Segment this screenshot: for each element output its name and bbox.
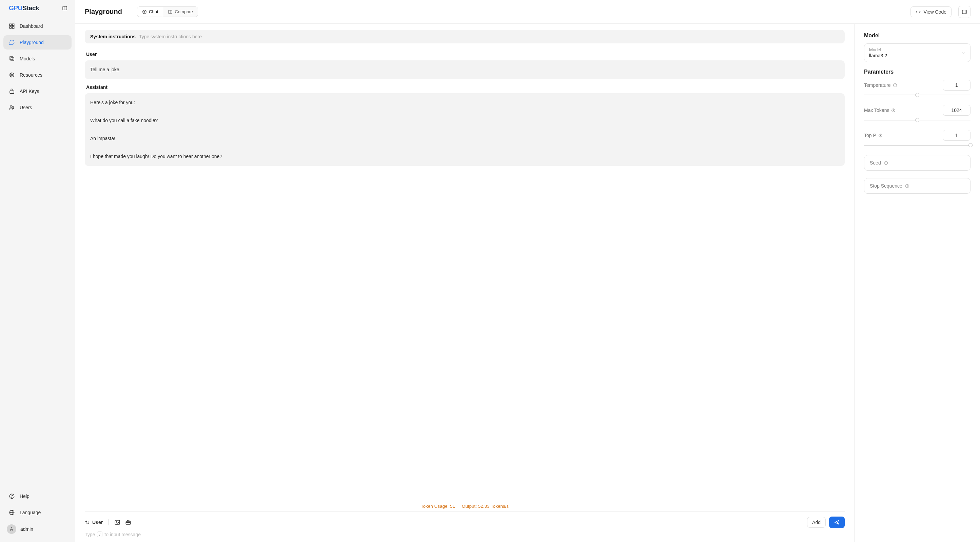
svg-rect-8 bbox=[10, 91, 14, 94]
chat-bubble-icon bbox=[9, 39, 15, 45]
brand-logo: GPUStack bbox=[9, 5, 39, 12]
sidebar-header: GPUStack bbox=[0, 0, 75, 16]
chip-icon bbox=[9, 72, 15, 78]
content-body: System instructions Type system instruct… bbox=[75, 24, 490, 271]
sidebar-collapse-button[interactable] bbox=[61, 4, 69, 12]
collapse-icon bbox=[62, 5, 67, 11]
tab-label: Chat bbox=[149, 9, 158, 14]
sidebar-item-resources[interactable]: Resources bbox=[3, 68, 72, 82]
sidebar-item-users[interactable]: Users bbox=[3, 100, 72, 115]
nav-label: Resources bbox=[20, 72, 42, 78]
topbar: Playground Chat Compare View Code bbox=[75, 0, 490, 24]
compare-icon bbox=[168, 10, 173, 14]
mode-segmented: Chat Compare bbox=[137, 6, 198, 17]
assistant-message[interactable]: Here's a joke for you: What do you call … bbox=[85, 93, 490, 166]
svg-point-10 bbox=[13, 106, 14, 107]
user-message[interactable]: Tell me a joke. bbox=[85, 61, 490, 79]
svg-rect-5 bbox=[13, 27, 14, 29]
svg-rect-4 bbox=[10, 27, 11, 29]
nav-label: API Keys bbox=[20, 89, 39, 94]
tab-label: Compare bbox=[175, 9, 192, 14]
assistant-message-block: Assistant Here's a joke for you: What do… bbox=[85, 83, 490, 166]
svg-rect-7 bbox=[11, 57, 14, 61]
logo-suffix: Stack bbox=[22, 5, 39, 11]
nav-label: Playground bbox=[20, 40, 44, 45]
svg-rect-3 bbox=[13, 24, 14, 26]
svg-rect-6 bbox=[10, 57, 13, 60]
chat-column: System instructions Type system instruct… bbox=[75, 24, 490, 271]
page-title: Playground bbox=[85, 8, 122, 16]
sidebar: GPUStack Dashboard Playground Models bbox=[0, 0, 75, 271]
nav-label: Dashboard bbox=[20, 23, 43, 29]
sidebar-item-dashboard[interactable]: Dashboard bbox=[3, 19, 72, 33]
tab-compare[interactable]: Compare bbox=[163, 7, 197, 17]
nav: Dashboard Playground Models Resources AP… bbox=[0, 16, 75, 271]
layers-icon bbox=[9, 56, 15, 62]
svg-rect-0 bbox=[63, 6, 67, 10]
grid-icon bbox=[9, 23, 15, 29]
role-assistant-label: Assistant bbox=[86, 84, 490, 90]
sidebar-item-playground[interactable]: Playground bbox=[3, 35, 72, 49]
system-placeholder: Type system instructions here bbox=[139, 34, 202, 39]
nav-label: Models bbox=[20, 56, 35, 61]
sidebar-item-models[interactable]: Models bbox=[3, 51, 72, 66]
logo-prefix: GPU bbox=[9, 5, 22, 11]
users-icon bbox=[9, 104, 15, 111]
system-label: System instructions bbox=[90, 34, 136, 39]
role-user-label: User bbox=[86, 51, 490, 57]
chat-icon bbox=[142, 10, 147, 14]
sidebar-item-api-keys[interactable]: API Keys bbox=[3, 84, 72, 98]
lock-icon bbox=[9, 88, 15, 94]
svg-point-9 bbox=[10, 105, 12, 107]
main: Playground Chat Compare View Code System… bbox=[75, 0, 490, 271]
tab-chat[interactable]: Chat bbox=[137, 7, 163, 17]
svg-rect-2 bbox=[10, 24, 11, 26]
system-instruction-input[interactable]: System instructions Type system instruct… bbox=[85, 30, 490, 43]
user-message-block: User Tell me a joke. bbox=[85, 49, 490, 79]
nav-label: Users bbox=[20, 105, 32, 110]
